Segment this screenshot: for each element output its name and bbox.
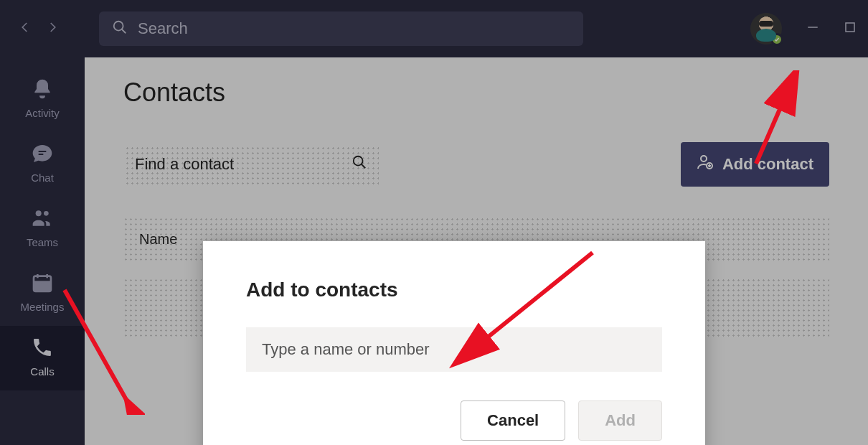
back-button[interactable] bbox=[19, 21, 32, 37]
window-controls bbox=[806, 21, 857, 37]
search-icon bbox=[112, 19, 128, 38]
bell-icon bbox=[31, 78, 54, 103]
rail-item-label: Chat bbox=[31, 172, 54, 184]
rail-item-label: Activity bbox=[25, 107, 60, 119]
svg-point-4 bbox=[36, 210, 42, 216]
svg-point-16 bbox=[701, 156, 707, 161]
search-input[interactable] bbox=[138, 19, 570, 38]
rail-item-label: Teams bbox=[27, 236, 58, 248]
column-name: Name bbox=[139, 231, 177, 248]
history-nav bbox=[11, 21, 66, 37]
svg-line-1 bbox=[122, 29, 126, 34]
chat-icon bbox=[31, 142, 54, 167]
search-bar[interactable] bbox=[99, 11, 583, 46]
add-to-contacts-modal: Add to contacts Cancel Add bbox=[203, 241, 705, 445]
rail-item-activity[interactable]: Activity bbox=[0, 67, 85, 132]
svg-point-12 bbox=[41, 284, 43, 286]
cancel-button[interactable]: Cancel bbox=[461, 400, 565, 441]
profile-avatar[interactable] bbox=[750, 13, 782, 44]
rail-item-label: Calls bbox=[30, 365, 54, 378]
add-button[interactable]: Add bbox=[578, 400, 662, 441]
svg-rect-3 bbox=[846, 23, 854, 32]
modal-actions: Cancel Add bbox=[246, 400, 662, 441]
phone-icon bbox=[31, 336, 54, 361]
teams-icon bbox=[31, 207, 54, 232]
calendar-icon bbox=[31, 271, 54, 296]
contact-name-input[interactable] bbox=[246, 327, 662, 372]
modal-title: Add to contacts bbox=[246, 278, 662, 301]
rail-item-calls[interactable]: Calls bbox=[0, 326, 85, 390]
minimize-button[interactable] bbox=[806, 21, 819, 37]
svg-point-13 bbox=[45, 284, 47, 286]
svg-point-11 bbox=[37, 284, 39, 286]
rail-item-chat[interactable]: Chat bbox=[0, 132, 85, 197]
svg-point-14 bbox=[354, 156, 363, 166]
forward-button[interactable] bbox=[46, 21, 59, 37]
find-contact-field[interactable]: Find a contact bbox=[123, 144, 379, 184]
page-title: Contacts bbox=[123, 78, 829, 108]
svg-line-15 bbox=[362, 164, 366, 169]
add-person-icon bbox=[697, 154, 714, 175]
rail-item-meetings[interactable]: Meetings bbox=[0, 261, 85, 326]
find-contact-placeholder: Find a contact bbox=[135, 155, 234, 174]
presence-available-icon bbox=[770, 33, 783, 46]
title-bar-right bbox=[750, 13, 857, 44]
svg-point-0 bbox=[114, 22, 123, 31]
svg-point-5 bbox=[44, 211, 49, 216]
search-icon bbox=[352, 154, 367, 174]
app-rail: Activity Chat Teams Meetings Calls bbox=[0, 57, 85, 445]
add-contact-label: Add contact bbox=[722, 155, 813, 174]
rail-item-teams[interactable]: Teams bbox=[0, 197, 85, 261]
rail-item-label: Meetings bbox=[21, 301, 65, 313]
title-bar bbox=[0, 0, 868, 57]
add-contact-button[interactable]: Add contact bbox=[681, 142, 829, 187]
maximize-button[interactable] bbox=[844, 21, 857, 37]
